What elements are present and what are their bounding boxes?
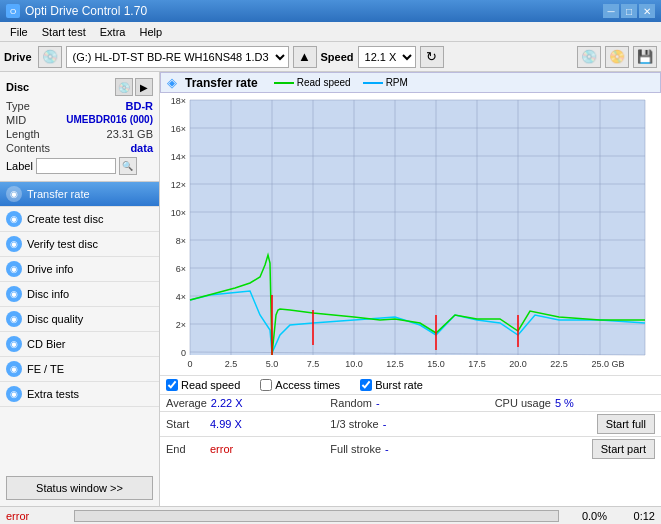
- menu-help[interactable]: Help: [133, 24, 168, 40]
- svg-text:0: 0: [187, 359, 192, 369]
- refresh-button[interactable]: ↻: [420, 46, 444, 68]
- disc-icon-btn[interactable]: 💿: [115, 78, 133, 96]
- save-button[interactable]: 💾: [633, 46, 657, 68]
- nav-create-test-disc[interactable]: ◉ Create test disc: [0, 207, 159, 232]
- svg-text:10.0: 10.0: [345, 359, 363, 369]
- length-label: Length: [6, 128, 40, 140]
- type-label: Type: [6, 100, 30, 112]
- create-test-disc-icon: ◉: [6, 211, 22, 227]
- status-window-button[interactable]: Status window >>: [6, 476, 153, 500]
- mid-value: UMEBDR016 (000): [66, 114, 153, 126]
- svg-text:10×: 10×: [171, 208, 186, 218]
- length-value: 23.31 GB: [107, 128, 153, 140]
- svg-text:20.0: 20.0: [509, 359, 527, 369]
- eject-button[interactable]: ▲: [293, 46, 317, 68]
- disc-section-title: Disc: [6, 81, 29, 93]
- nav-verify-test-disc[interactable]: ◉ Verify test disc: [0, 232, 159, 257]
- nav-disc-quality[interactable]: ◉ Disc quality: [0, 307, 159, 332]
- drive-icon-btn[interactable]: 💿: [38, 46, 62, 68]
- random-value: -: [376, 397, 421, 409]
- svg-text:17.5: 17.5: [468, 359, 486, 369]
- close-button[interactable]: ✕: [639, 4, 655, 18]
- disc-label-input[interactable]: [36, 158, 116, 174]
- svg-text:6×: 6×: [176, 264, 186, 274]
- disc-btn-2[interactable]: 📀: [605, 46, 629, 68]
- speed-select[interactable]: 12.1 X: [358, 46, 416, 68]
- start-full-button[interactable]: Start full: [597, 414, 655, 434]
- svg-text:4×: 4×: [176, 292, 186, 302]
- svg-text:18×: 18×: [171, 96, 186, 106]
- nav-create-test-disc-label: Create test disc: [27, 213, 103, 225]
- menu-extra[interactable]: Extra: [94, 24, 132, 40]
- disc-icon-btn2[interactable]: ▶: [135, 78, 153, 96]
- burst-rate-cb-label: Burst rate: [375, 379, 423, 391]
- nav-menu: ◉ Transfer rate ◉ Create test disc ◉ Ver…: [0, 182, 159, 470]
- status-percent: 0.0%: [567, 510, 607, 522]
- menu-bar: File Start test Extra Help: [0, 22, 661, 42]
- drive-label: Drive: [4, 51, 32, 63]
- chart-title-bar: ◈ Transfer rate Read speed RPM: [160, 72, 661, 93]
- nav-disc-quality-label: Disc quality: [27, 313, 83, 325]
- status-bar: error 0.0% 0:12: [0, 506, 661, 524]
- svg-text:5.0: 5.0: [266, 359, 279, 369]
- nav-drive-info[interactable]: ◉ Drive info: [0, 257, 159, 282]
- main-layout: Disc 💿 ▶ Type BD-R MID UMEBDR016 (000) L…: [0, 72, 661, 506]
- verify-test-disc-icon: ◉: [6, 236, 22, 252]
- menu-start-test[interactable]: Start test: [36, 24, 92, 40]
- read-speed-cb-label: Read speed: [181, 379, 240, 391]
- contents-value: data: [130, 142, 153, 154]
- minimize-button[interactable]: ─: [603, 4, 619, 18]
- nav-transfer-rate[interactable]: ◉ Transfer rate: [0, 182, 159, 207]
- chart-svg-wrapper: 18× 16× 14× 12× 10× 8× 6× 4× 2× 0 0 2.5 …: [160, 95, 661, 375]
- maximize-button[interactable]: □: [621, 4, 637, 18]
- average-value: 2.22 X: [211, 397, 256, 409]
- access-times-cb-label: Access times: [275, 379, 340, 391]
- svg-text:15.0: 15.0: [427, 359, 445, 369]
- disc-info-icon: ◉: [6, 286, 22, 302]
- nav-disc-info[interactable]: ◉ Disc info: [0, 282, 159, 307]
- transfer-rate-chart: 18× 16× 14× 12× 10× 8× 6× 4× 2× 0 0 2.5 …: [160, 95, 655, 375]
- svg-text:2.5: 2.5: [225, 359, 238, 369]
- extra-tests-icon: ◉: [6, 386, 22, 402]
- cpu-usage-label: CPU usage: [495, 397, 551, 409]
- third-stroke-value: -: [383, 418, 428, 430]
- type-value: BD-R: [126, 100, 154, 112]
- access-times-checkbox[interactable]: [260, 379, 272, 391]
- random-label: Random: [330, 397, 372, 409]
- fe-te-icon: ◉: [6, 361, 22, 377]
- contents-label: Contents: [6, 142, 50, 154]
- chart-legend: Read speed RPM: [274, 77, 408, 88]
- nav-fe-te[interactable]: ◉ FE / TE: [0, 357, 159, 382]
- nav-cd-bier[interactable]: ◉ CD Bier: [0, 332, 159, 357]
- checkbox-row: Read speed Access times Burst rate: [160, 375, 661, 394]
- left-panel: Disc 💿 ▶ Type BD-R MID UMEBDR016 (000) L…: [0, 72, 160, 506]
- drive-info-icon: ◉: [6, 261, 22, 277]
- status-text: error: [6, 510, 66, 522]
- label-edit-button[interactable]: 🔍: [119, 157, 137, 175]
- menu-file[interactable]: File: [4, 24, 34, 40]
- svg-text:7.5: 7.5: [307, 359, 320, 369]
- drive-select[interactable]: (G:) HL-DT-ST BD-RE WH16NS48 1.D3: [66, 46, 289, 68]
- title-bar: O Opti Drive Control 1.70 ─ □ ✕: [0, 0, 661, 22]
- svg-text:22.5: 22.5: [550, 359, 568, 369]
- full-stroke-value: -: [385, 443, 430, 455]
- rpm-legend-color: [363, 82, 383, 84]
- toolbar: Drive 💿 (G:) HL-DT-ST BD-RE WH16NS48 1.D…: [0, 42, 661, 72]
- read-speed-checkbox[interactable]: [166, 379, 178, 391]
- nav-extra-tests[interactable]: ◉ Extra tests: [0, 382, 159, 407]
- svg-text:12.5: 12.5: [386, 359, 404, 369]
- svg-text:16×: 16×: [171, 124, 186, 134]
- transfer-rate-icon: ◉: [6, 186, 22, 202]
- nav-transfer-rate-label: Transfer rate: [27, 188, 90, 200]
- app-icon: O: [6, 4, 20, 18]
- nav-verify-test-disc-label: Verify test disc: [27, 238, 98, 250]
- disc-btn-1[interactable]: 💿: [577, 46, 601, 68]
- svg-text:8×: 8×: [176, 236, 186, 246]
- svg-text:0: 0: [181, 348, 186, 358]
- mid-label: MID: [6, 114, 26, 126]
- disc-label-label: Label: [6, 160, 33, 172]
- start-part-button[interactable]: Start part: [592, 439, 655, 459]
- stats-row-3: End error Full stroke - Start part: [160, 436, 661, 461]
- full-stroke-label: Full stroke: [330, 443, 381, 455]
- burst-rate-checkbox[interactable]: [360, 379, 372, 391]
